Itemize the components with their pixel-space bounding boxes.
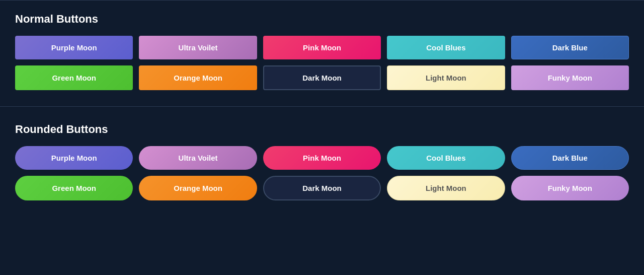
- green-moon-button[interactable]: Green Moon: [15, 176, 133, 200]
- light-moon-button[interactable]: Light Moon: [387, 176, 505, 200]
- pink-moon-button[interactable]: Pink Moon: [263, 146, 381, 170]
- cool-blues-button[interactable]: Cool Blues: [387, 146, 505, 170]
- purple-moon-button[interactable]: Purple Moon: [15, 146, 133, 170]
- normal-buttons-title: Normal Buttons: [15, 13, 629, 26]
- dark-blue-button[interactable]: Dark Blue: [511, 146, 629, 170]
- dark-moon-button[interactable]: Dark Moon: [263, 65, 381, 90]
- funky-moon-button[interactable]: Funky Moon: [511, 65, 629, 90]
- normal-buttons-section: Normal Buttons Purple MoonUltra VoiletPi…: [0, 1, 644, 102]
- ultra-violet-button[interactable]: Ultra Voilet: [139, 146, 257, 170]
- light-moon-button[interactable]: Light Moon: [387, 65, 505, 90]
- purple-moon-button[interactable]: Purple Moon: [15, 36, 133, 59]
- orange-moon-button[interactable]: Orange Moon: [139, 65, 257, 90]
- rounded-buttons-section: Rounded Buttons Purple MoonUltra VoiletP…: [0, 111, 644, 213]
- rounded-buttons-title: Rounded Buttons: [15, 123, 629, 136]
- funky-moon-button[interactable]: Funky Moon: [511, 176, 629, 200]
- normal-buttons-grid-row2: Green MoonOrange MoonDark MoonLight Moon…: [15, 65, 629, 90]
- rounded-buttons-grid-row2: Green MoonOrange MoonDark MoonLight Moon…: [15, 176, 629, 200]
- normal-buttons-grid-row1: Purple MoonUltra VoiletPink MoonCool Blu…: [15, 36, 629, 59]
- section-divider: [0, 106, 644, 107]
- orange-moon-button[interactable]: Orange Moon: [139, 176, 257, 200]
- cool-blues-button[interactable]: Cool Blues: [387, 36, 505, 59]
- pink-moon-button[interactable]: Pink Moon: [263, 36, 381, 59]
- dark-blue-button[interactable]: Dark Blue: [511, 36, 629, 59]
- ultra-violet-button[interactable]: Ultra Voilet: [139, 36, 257, 59]
- green-moon-button[interactable]: Green Moon: [15, 65, 133, 90]
- dark-moon-button[interactable]: Dark Moon: [263, 176, 381, 200]
- rounded-buttons-grid-row1: Purple MoonUltra VoiletPink MoonCool Blu…: [15, 146, 629, 170]
